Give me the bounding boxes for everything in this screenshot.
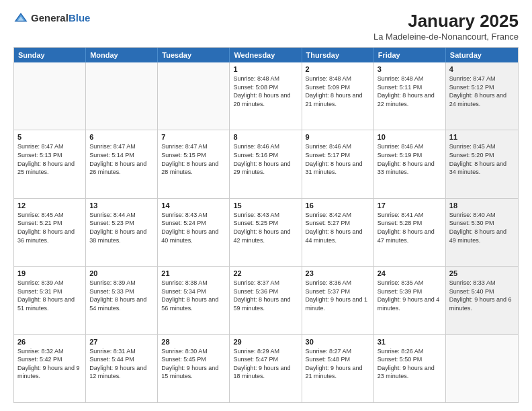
day-number: 18: [449, 201, 515, 210]
calendar-cell: [86, 62, 158, 130]
cell-content: Sunrise: 8:46 AM Sunset: 5:16 PM Dayligh…: [233, 142, 298, 176]
month-title: January 2025: [373, 11, 519, 32]
day-number: 6: [89, 133, 154, 141]
calendar-cell: 26Sunrise: 8:32 AM Sunset: 5:42 PM Dayli…: [14, 335, 86, 402]
cell-content: Sunrise: 8:48 AM Sunset: 5:11 PM Dayligh…: [378, 75, 442, 108]
day-number: 20: [89, 269, 154, 277]
page: GeneralBlue January 2025 La Madeleine-de…: [0, 0, 532, 411]
day-header-monday: Monday: [86, 48, 158, 62]
calendar-cell: 6Sunrise: 8:47 AM Sunset: 5:14 PM Daylig…: [86, 130, 158, 197]
cell-content: Sunrise: 8:48 AM Sunset: 5:08 PM Dayligh…: [233, 75, 298, 108]
calendar-cell: 7Sunrise: 8:47 AM Sunset: 5:15 PM Daylig…: [158, 130, 230, 197]
logo-blue: Blue: [69, 13, 91, 24]
calendar-cell: 14Sunrise: 8:43 AM Sunset: 5:24 PM Dayli…: [158, 199, 230, 266]
day-number: 24: [378, 269, 442, 277]
day-number: 30: [306, 338, 370, 346]
day-header-friday: Friday: [374, 48, 446, 62]
cell-content: Sunrise: 8:48 AM Sunset: 5:09 PM Dayligh…: [306, 75, 370, 108]
day-number: 19: [17, 269, 82, 277]
day-number: 8: [233, 133, 298, 141]
day-number: 4: [449, 65, 515, 73]
calendar-cell: 13Sunrise: 8:44 AM Sunset: 5:23 PM Dayli…: [86, 199, 158, 266]
cell-content: Sunrise: 8:27 AM Sunset: 5:48 PM Dayligh…: [306, 347, 370, 381]
calendar-cell: 16Sunrise: 8:42 AM Sunset: 5:27 PM Dayli…: [302, 199, 374, 266]
calendar-cell: 5Sunrise: 8:47 AM Sunset: 5:13 PM Daylig…: [14, 130, 86, 197]
cell-content: Sunrise: 8:43 AM Sunset: 5:25 PM Dayligh…: [233, 211, 298, 244]
day-number: 13: [89, 201, 154, 210]
cell-content: Sunrise: 8:41 AM Sunset: 5:28 PM Dayligh…: [378, 211, 442, 244]
title-block: January 2025 La Madeleine-de-Nonancourt,…: [373, 11, 519, 42]
cell-content: Sunrise: 8:33 AM Sunset: 5:40 PM Dayligh…: [449, 279, 515, 312]
cell-content: Sunrise: 8:43 AM Sunset: 5:24 PM Dayligh…: [161, 211, 226, 244]
calendar-cell: 8Sunrise: 8:46 AM Sunset: 5:16 PM Daylig…: [230, 130, 302, 197]
calendar-cell: 4Sunrise: 8:47 AM Sunset: 5:12 PM Daylig…: [446, 62, 518, 130]
calendar-cell: 24Sunrise: 8:35 AM Sunset: 5:39 PM Dayli…: [374, 267, 446, 334]
cell-content: Sunrise: 8:29 AM Sunset: 5:47 PM Dayligh…: [233, 347, 298, 381]
calendar-week-1: 1Sunrise: 8:48 AM Sunset: 5:08 PM Daylig…: [14, 62, 518, 130]
cell-content: Sunrise: 8:38 AM Sunset: 5:34 PM Dayligh…: [161, 279, 226, 312]
cell-content: Sunrise: 8:39 AM Sunset: 5:31 PM Dayligh…: [17, 279, 82, 312]
logo-icon: [13, 11, 28, 26]
day-number: 3: [378, 65, 442, 73]
day-number: 2: [306, 65, 370, 73]
calendar-week-3: 12Sunrise: 8:45 AM Sunset: 5:21 PM Dayli…: [14, 198, 518, 266]
day-number: 14: [161, 201, 226, 210]
calendar-cell: [446, 335, 518, 402]
calendar-cell: 23Sunrise: 8:36 AM Sunset: 5:37 PM Dayli…: [302, 267, 374, 334]
day-header-saturday: Saturday: [446, 48, 518, 62]
calendar-cell: 30Sunrise: 8:27 AM Sunset: 5:48 PM Dayli…: [302, 335, 374, 402]
calendar-cell: 17Sunrise: 8:41 AM Sunset: 5:28 PM Dayli…: [374, 199, 446, 266]
day-number: 16: [306, 201, 370, 210]
day-number: 26: [17, 338, 82, 346]
day-number: 21: [161, 269, 226, 277]
cell-content: Sunrise: 8:32 AM Sunset: 5:42 PM Dayligh…: [17, 347, 82, 381]
calendar-cell: 27Sunrise: 8:31 AM Sunset: 5:44 PM Dayli…: [86, 335, 158, 402]
calendar-cell: 22Sunrise: 8:37 AM Sunset: 5:36 PM Dayli…: [230, 267, 302, 334]
day-number: 28: [161, 338, 226, 346]
calendar-cell: 3Sunrise: 8:48 AM Sunset: 5:11 PM Daylig…: [374, 62, 446, 130]
calendar-cell: 2Sunrise: 8:48 AM Sunset: 5:09 PM Daylig…: [302, 62, 374, 130]
cell-content: Sunrise: 8:35 AM Sunset: 5:39 PM Dayligh…: [378, 279, 442, 312]
cell-content: Sunrise: 8:45 AM Sunset: 5:20 PM Dayligh…: [449, 142, 515, 176]
day-number: 5: [17, 133, 82, 141]
location: La Madeleine-de-Nonancourt, France: [373, 32, 519, 42]
day-number: 10: [378, 133, 442, 141]
cell-content: Sunrise: 8:47 AM Sunset: 5:13 PM Dayligh…: [17, 142, 82, 176]
day-header-sunday: Sunday: [14, 48, 86, 62]
day-number: 23: [306, 269, 370, 277]
calendar-header: SundayMondayTuesdayWednesdayThursdayFrid…: [14, 48, 518, 62]
cell-content: Sunrise: 8:47 AM Sunset: 5:12 PM Dayligh…: [449, 75, 515, 108]
calendar-cell: 19Sunrise: 8:39 AM Sunset: 5:31 PM Dayli…: [14, 267, 86, 334]
day-header-tuesday: Tuesday: [158, 48, 230, 62]
cell-content: Sunrise: 8:31 AM Sunset: 5:44 PM Dayligh…: [89, 347, 154, 381]
calendar-cell: 11Sunrise: 8:45 AM Sunset: 5:20 PM Dayli…: [446, 130, 518, 197]
cell-content: Sunrise: 8:44 AM Sunset: 5:23 PM Dayligh…: [89, 211, 154, 244]
logo-text: GeneralBlue: [31, 13, 90, 24]
calendar-cell: [158, 62, 230, 130]
calendar-cell: 25Sunrise: 8:33 AM Sunset: 5:40 PM Dayli…: [446, 267, 518, 334]
header: GeneralBlue January 2025 La Madeleine-de…: [13, 11, 519, 42]
cell-content: Sunrise: 8:42 AM Sunset: 5:27 PM Dayligh…: [306, 211, 370, 244]
cell-content: Sunrise: 8:36 AM Sunset: 5:37 PM Dayligh…: [306, 279, 370, 312]
cell-content: Sunrise: 8:30 AM Sunset: 5:45 PM Dayligh…: [161, 347, 226, 381]
calendar: SundayMondayTuesdayWednesdayThursdayFrid…: [13, 47, 519, 403]
calendar-cell: 1Sunrise: 8:48 AM Sunset: 5:08 PM Daylig…: [230, 62, 302, 130]
logo: GeneralBlue: [13, 11, 90, 26]
day-number: 9: [306, 133, 370, 141]
day-number: 15: [233, 201, 298, 210]
cell-content: Sunrise: 8:46 AM Sunset: 5:17 PM Dayligh…: [306, 142, 370, 176]
cell-content: Sunrise: 8:47 AM Sunset: 5:15 PM Dayligh…: [161, 142, 226, 176]
day-number: 31: [378, 338, 442, 346]
cell-content: Sunrise: 8:26 AM Sunset: 5:50 PM Dayligh…: [378, 347, 442, 381]
calendar-cell: 29Sunrise: 8:29 AM Sunset: 5:47 PM Dayli…: [230, 335, 302, 402]
calendar-cell: 9Sunrise: 8:46 AM Sunset: 5:17 PM Daylig…: [302, 130, 374, 197]
day-number: 22: [233, 269, 298, 277]
calendar-body: 1Sunrise: 8:48 AM Sunset: 5:08 PM Daylig…: [14, 62, 518, 402]
cell-content: Sunrise: 8:37 AM Sunset: 5:36 PM Dayligh…: [233, 279, 298, 312]
calendar-cell: 28Sunrise: 8:30 AM Sunset: 5:45 PM Dayli…: [158, 335, 230, 402]
calendar-cell: 18Sunrise: 8:40 AM Sunset: 5:30 PM Dayli…: [446, 199, 518, 266]
cell-content: Sunrise: 8:39 AM Sunset: 5:33 PM Dayligh…: [89, 279, 154, 312]
calendar-cell: [14, 62, 86, 130]
day-number: 12: [17, 201, 82, 210]
cell-content: Sunrise: 8:47 AM Sunset: 5:14 PM Dayligh…: [89, 142, 154, 176]
